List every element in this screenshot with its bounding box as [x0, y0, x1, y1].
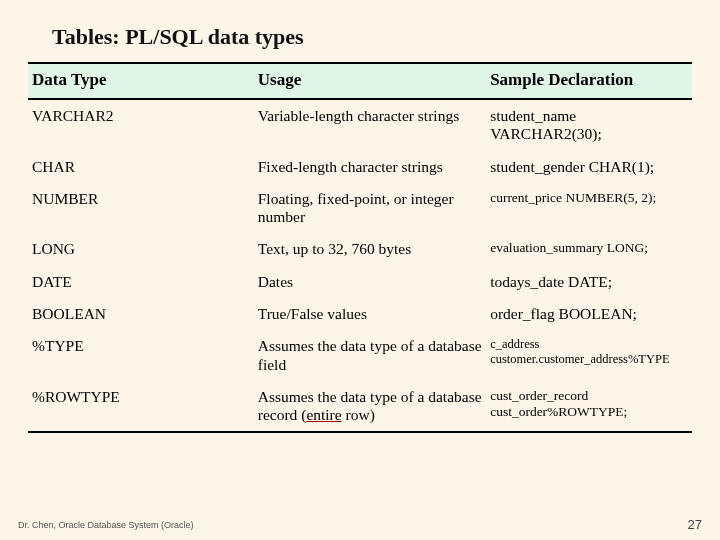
table-row: BOOLEAN True/False values order_flag BOO…	[28, 298, 692, 330]
cell-sample: student_gender CHAR(1);	[486, 151, 692, 183]
cell-sample: order_flag BOOLEAN;	[486, 298, 692, 330]
cell-type: %TYPE	[28, 330, 254, 381]
col-usage: Usage	[254, 63, 486, 99]
cell-usage: Text, up to 32, 760 bytes	[254, 233, 486, 265]
slide: Tables: PL/SQL data types Data Type Usag…	[0, 0, 720, 540]
table-header-row: Data Type Usage Sample Declaration	[28, 63, 692, 99]
cell-usage: True/False values	[254, 298, 486, 330]
cell-type: BOOLEAN	[28, 298, 254, 330]
cell-usage: Assumes the data type of a database fiel…	[254, 330, 486, 381]
table-row: VARCHAR2 Variable-length character strin…	[28, 99, 692, 151]
col-sample-decl: Sample Declaration	[486, 63, 692, 99]
cell-type: LONG	[28, 233, 254, 265]
cell-type: DATE	[28, 266, 254, 298]
table-row: %TYPE Assumes the data type of a databas…	[28, 330, 692, 381]
cell-sample: cust_order_record cust_order%ROWTYPE;	[486, 381, 692, 433]
page-title: Tables: PL/SQL data types	[52, 24, 692, 50]
cell-sample: c_address customer.customer_address%TYPE	[486, 330, 692, 381]
table-row: NUMBER Floating, fixed-point, or integer…	[28, 183, 692, 234]
cell-usage: Dates	[254, 266, 486, 298]
cell-type: %ROWTYPE	[28, 381, 254, 433]
cell-usage: Variable-length character strings	[254, 99, 486, 151]
page-number: 27	[688, 517, 702, 532]
usage-underline: entire	[306, 406, 341, 423]
usage-post: row)	[342, 406, 375, 423]
cell-type: CHAR	[28, 151, 254, 183]
table-row: LONG Text, up to 32, 760 bytes evaluatio…	[28, 233, 692, 265]
col-data-type: Data Type	[28, 63, 254, 99]
table-row: DATE Dates todays_date DATE;	[28, 266, 692, 298]
cell-usage: Assumes the data type of a database reco…	[254, 381, 486, 433]
cell-type: VARCHAR2	[28, 99, 254, 151]
cell-sample: student_name VARCHAR2(30);	[486, 99, 692, 151]
table-row: %ROWTYPE Assumes the data type of a data…	[28, 381, 692, 433]
cell-sample: evaluation_summary LONG;	[486, 233, 692, 265]
cell-sample: todays_date DATE;	[486, 266, 692, 298]
cell-usage: Floating, fixed-point, or integer number	[254, 183, 486, 234]
cell-usage: Fixed-length character strings	[254, 151, 486, 183]
data-types-table: Data Type Usage Sample Declaration VARCH…	[28, 62, 692, 433]
cell-type: NUMBER	[28, 183, 254, 234]
cell-sample: current_price NUMBER(5, 2);	[486, 183, 692, 234]
table-row: CHAR Fixed-length character strings stud…	[28, 151, 692, 183]
footer-author: Dr. Chen, Oracle Database System (Oracle…	[18, 520, 194, 530]
